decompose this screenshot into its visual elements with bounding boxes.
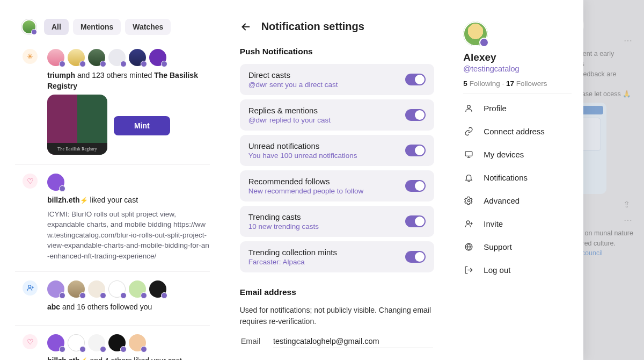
link-icon xyxy=(464,127,474,136)
avatar[interactable] xyxy=(47,280,64,298)
activity-feed-panel: All Mentions Watches ✳ triumph and 123 o… xyxy=(0,0,225,360)
feed-item[interactable]: ✳ triumph and 123 others minted The Basi… xyxy=(15,47,210,164)
feed-item-title: abc and 16 others followed you xyxy=(47,302,210,313)
setting-title: Unread notifications xyxy=(248,141,399,150)
menu-invite[interactable]: Invite xyxy=(463,212,572,235)
heart-icon: ♡ xyxy=(23,174,38,189)
svg-point-1 xyxy=(467,105,471,109)
avatar[interactable] xyxy=(129,49,146,66)
feed-item-title: billzh.eth⚡ liked your cast xyxy=(47,195,210,206)
email-label: Email xyxy=(241,337,260,345)
feed-item-title: triumph and 123 others minted The Basili… xyxy=(47,70,210,91)
setting-recommended[interactable]: Recommended follows New recommended peop… xyxy=(240,170,435,201)
sparkle-icon: ✳ xyxy=(23,49,38,64)
more-icon: ⋯ xyxy=(624,215,633,225)
tab-mentions[interactable]: Mentions xyxy=(73,19,121,35)
feed-item-desc: ICYMI: BlurIO rolls out split project vi… xyxy=(47,209,210,262)
feed-item[interactable]: ♡ billzh.eth⚡ and 4 others liked your ca… xyxy=(15,325,210,360)
svg-point-3 xyxy=(468,199,470,201)
avatar[interactable] xyxy=(68,280,85,298)
avatar[interactable] xyxy=(68,334,85,351)
menu-label: My devices xyxy=(484,150,524,159)
monitor-icon xyxy=(464,150,474,159)
menu-label: Advanced xyxy=(484,196,519,205)
profile-avatar[interactable] xyxy=(463,21,488,46)
toggle-switch[interactable] xyxy=(405,251,426,263)
menu-profile[interactable]: Profile xyxy=(463,97,572,120)
setting-sub: You have 100 unread notifications xyxy=(248,152,399,160)
setting-title: Replies & mentions xyxy=(248,106,399,115)
setting-direct-casts[interactable]: Direct casts @dwr sent you a direct cast xyxy=(240,64,435,95)
profile-handle[interactable]: @testingcatalog xyxy=(463,64,572,73)
mint-button[interactable]: Mint xyxy=(114,116,170,135)
profile-name: Alexey xyxy=(463,52,572,63)
avatar[interactable] xyxy=(47,49,64,66)
avatar[interactable] xyxy=(47,174,64,191)
setting-trending-casts[interactable]: Trending casts 10 new trending casts xyxy=(240,206,435,237)
feed-tabs: All Mentions Watches xyxy=(44,19,171,35)
menu-label: Support xyxy=(484,242,512,251)
tab-all[interactable]: All xyxy=(44,19,69,35)
menu-label: Notifications xyxy=(484,173,528,182)
nft-image[interactable]: The Basilisk Registry xyxy=(47,95,107,155)
setting-title: Trending casts xyxy=(248,212,399,221)
section-label: Email address xyxy=(240,287,435,297)
avatar[interactable] xyxy=(68,49,85,66)
avatar[interactable] xyxy=(88,334,105,351)
side-drawer: Alexey @testingcatalog 5 Following · 17 … xyxy=(449,0,583,360)
avatar[interactable] xyxy=(108,49,126,66)
globe-icon xyxy=(464,242,474,251)
app-avatar[interactable] xyxy=(23,20,35,33)
avatar[interactable] xyxy=(108,334,126,351)
toggle-switch[interactable] xyxy=(405,215,426,227)
svg-point-4 xyxy=(467,221,470,224)
setting-sub: @dwr sent you a direct cast xyxy=(248,81,399,89)
menu-notifications[interactable]: Notifications xyxy=(463,166,572,189)
setting-sub: 10 new trending casts xyxy=(248,222,399,231)
avatar[interactable] xyxy=(47,334,64,351)
bell-icon xyxy=(464,173,474,182)
menu-label: Connect address xyxy=(484,127,544,136)
toggle-switch[interactable] xyxy=(405,145,426,156)
share-icon: ⇪ xyxy=(623,199,630,210)
menu-label: Profile xyxy=(484,104,507,113)
menu-logout[interactable]: Log out xyxy=(463,258,572,282)
avatar[interactable] xyxy=(149,280,166,298)
logout-icon xyxy=(464,265,474,275)
svg-point-0 xyxy=(28,285,31,288)
toggle-switch[interactable] xyxy=(405,74,426,85)
setting-trending-mints[interactable]: Trending collection mints Farcaster: Alp… xyxy=(240,241,435,272)
toggle-switch[interactable] xyxy=(405,109,426,121)
avatar[interactable] xyxy=(88,49,105,66)
avatar[interactable] xyxy=(108,280,126,298)
tab-watches[interactable]: Watches xyxy=(125,19,171,35)
menu-my-devices[interactable]: My devices xyxy=(463,143,572,166)
gear-icon xyxy=(464,196,474,205)
email-field[interactable]: testingcataloghelp@gmail.com xyxy=(273,337,433,348)
toggle-switch[interactable] xyxy=(405,180,426,192)
setting-sub: @dwr replied to your cast xyxy=(248,116,399,124)
avatar[interactable] xyxy=(149,49,166,66)
drawer-panel: NFTs ⋯ d represent a early adopters g wi… xyxy=(449,0,644,360)
setting-title: Direct casts xyxy=(248,70,399,80)
menu-connect-address[interactable]: Connect address xyxy=(463,120,572,143)
profile-stats[interactable]: 5 Following · 17 Followers xyxy=(463,80,572,88)
setting-unread[interactable]: Unread notifications You have 100 unread… xyxy=(240,135,435,166)
setting-sub: New recommended people to follow xyxy=(248,187,399,195)
menu-advanced[interactable]: Advanced xyxy=(463,189,572,212)
heart-icon: ♡ xyxy=(23,334,38,349)
menu-label: Invite xyxy=(484,219,503,228)
tabs-row: All Mentions Watches xyxy=(15,19,210,35)
person-plus-icon xyxy=(464,219,474,228)
back-arrow-icon[interactable] xyxy=(240,21,252,33)
divider xyxy=(463,93,572,93)
avatar[interactable] xyxy=(129,334,146,351)
person-icon xyxy=(464,104,474,113)
feed-item[interactable]: abc and 16 others followed you xyxy=(15,271,210,326)
drawer-menu: Profile Connect address My devices Notif… xyxy=(463,97,572,282)
menu-support[interactable]: Support xyxy=(463,235,572,258)
avatar[interactable] xyxy=(88,280,105,298)
avatar[interactable] xyxy=(129,280,146,298)
setting-replies-mentions[interactable]: Replies & mentions @dwr replied to your … xyxy=(240,99,435,131)
feed-item[interactable]: ♡ billzh.eth⚡ liked your cast ICYMI: Blu… xyxy=(15,164,210,271)
